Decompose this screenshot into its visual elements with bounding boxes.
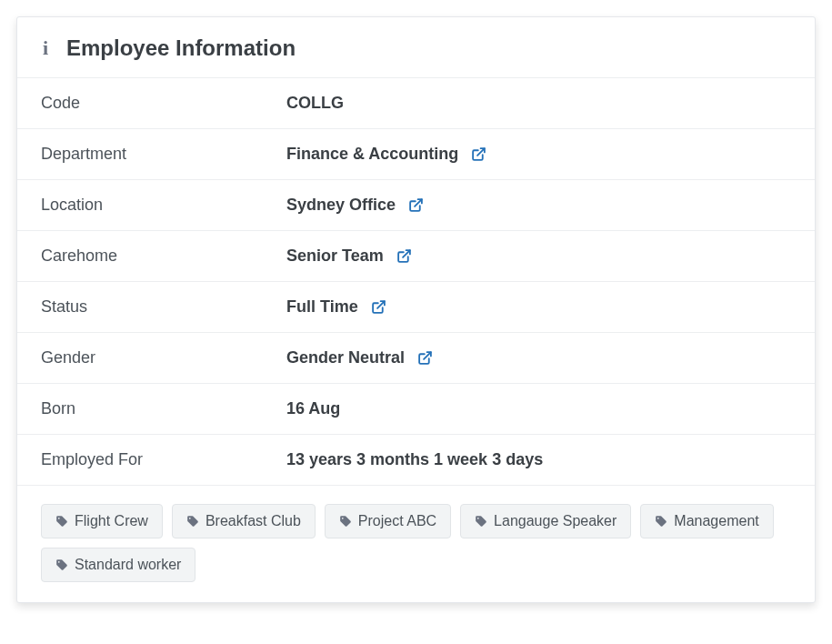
tag-icon: [339, 515, 352, 528]
tag-label: Langauge Speaker: [494, 513, 616, 529]
info-label: Employed For: [41, 450, 286, 469]
external-link-icon[interactable]: [371, 299, 386, 315]
tags-container: Flight Crew Breakfast Club Project ABC L…: [17, 485, 815, 602]
info-value: Sydney Office: [286, 196, 396, 215]
info-label: Status: [41, 297, 286, 317]
info-row-gender: Gender Gender Neutral: [17, 332, 815, 383]
info-value-wrapper: Senior Team: [286, 247, 412, 266]
external-link-icon[interactable]: [417, 350, 433, 366]
info-label: Department: [41, 145, 286, 164]
info-value-wrapper: Full Time: [286, 297, 386, 317]
info-label: Carehome: [41, 247, 286, 266]
info-row-code: Code COLLG: [17, 77, 815, 128]
info-row-born: Born 16 Aug: [17, 383, 815, 434]
info-value: Full Time: [286, 297, 358, 317]
external-link-icon[interactable]: [471, 146, 486, 162]
external-link-icon[interactable]: [396, 248, 412, 264]
info-value: COLLG: [286, 94, 344, 113]
info-row-location: Location Sydney Office: [17, 179, 815, 230]
info-value: Finance & Accounting: [286, 145, 458, 164]
info-value: 16 Aug: [286, 399, 340, 418]
info-row-employed: Employed For 13 years 3 months 1 week 3 …: [17, 434, 815, 485]
card-header: i Employee Information: [17, 17, 815, 77]
tag-breakfast-club[interactable]: Breakfast Club: [172, 504, 316, 538]
info-label: Location: [41, 196, 286, 215]
info-value: Senior Team: [286, 247, 384, 266]
info-row-carehome: Carehome Senior Team: [17, 230, 815, 281]
tag-label: Standard worker: [75, 557, 181, 573]
external-link-icon[interactable]: [408, 197, 424, 213]
tag-icon: [55, 515, 68, 528]
info-value: Gender Neutral: [286, 348, 405, 367]
tag-icon: [475, 515, 487, 528]
info-label: Code: [41, 94, 286, 113]
info-row-department: Department Finance & Accounting: [17, 128, 815, 179]
tag-icon: [655, 515, 667, 528]
svg-line-1: [415, 199, 422, 206]
tag-label: Management: [674, 513, 758, 529]
svg-line-4: [424, 352, 431, 359]
svg-line-3: [377, 301, 385, 308]
info-value-wrapper: Sydney Office: [286, 196, 424, 215]
employee-info-card: i Employee Information Code COLLG Depart…: [16, 16, 816, 603]
info-label: Born: [41, 399, 286, 418]
tag-label: Breakfast Club: [205, 513, 301, 529]
tag-language-speaker[interactable]: Langauge Speaker: [460, 504, 631, 538]
tag-label: Project ABC: [358, 513, 436, 529]
info-value: 13 years 3 months 1 week 3 days: [286, 450, 543, 469]
tag-standard-worker[interactable]: Standard worker: [41, 548, 195, 582]
card-title: Employee Information: [66, 35, 296, 61]
info-value-wrapper: Finance & Accounting: [286, 145, 486, 164]
info-row-status: Status Full Time: [17, 281, 815, 332]
info-label: Gender: [41, 348, 286, 367]
tag-label: Flight Crew: [75, 513, 148, 529]
svg-line-0: [477, 148, 485, 156]
info-icon: i: [41, 36, 50, 60]
info-value-wrapper: Gender Neutral: [286, 348, 433, 367]
tag-icon: [55, 558, 68, 571]
tag-management[interactable]: Management: [640, 504, 773, 538]
tag-flight-crew[interactable]: Flight Crew: [41, 504, 163, 538]
svg-line-2: [403, 250, 410, 257]
tag-project-abc[interactable]: Project ABC: [325, 504, 451, 538]
tag-icon: [186, 515, 199, 528]
